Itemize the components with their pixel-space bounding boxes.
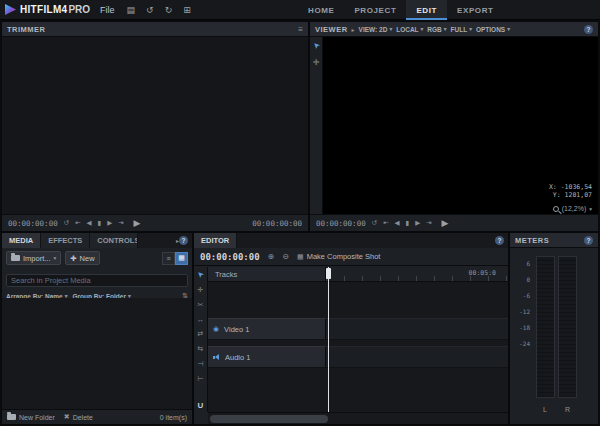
horizontal-scrollbar[interactable] <box>208 412 508 424</box>
trimmer-duration-timecode: 00:00:00:00 <box>252 219 302 228</box>
speaker-icon[interactable] <box>213 354 220 361</box>
play-button[interactable]: ▶ <box>134 218 141 228</box>
zoom-control[interactable]: (12,2%) ▾ <box>553 205 592 212</box>
goto-start-icon[interactable]: ⇤ <box>383 219 388 227</box>
help-icon[interactable]: ? <box>179 236 188 245</box>
slip-tool-icon[interactable]: ⇄ <box>198 330 204 338</box>
stop-icon[interactable]: ▮ <box>406 219 410 227</box>
channel-dropdown[interactable]: RGB▾ <box>427 26 446 33</box>
goto-start-icon[interactable]: ⇤ <box>75 219 80 227</box>
loop-icon[interactable]: ↺ <box>372 219 377 227</box>
right-audio-meter <box>558 256 577 398</box>
step-forward-icon[interactable]: ▶ <box>415 219 420 227</box>
select-tool-icon[interactable]: ➤ <box>195 269 206 280</box>
tab-media[interactable]: MEDIA <box>2 233 41 248</box>
video-track-header[interactable]: ◉ Video 1 <box>208 318 326 340</box>
redo-icon[interactable]: ↻ <box>163 5 175 15</box>
trimmer-transport-controls: ↺ ⇤ ◀ ▮ ▶ ⇥ <box>64 219 124 227</box>
view-toggle: ≡ ▦ <box>162 252 188 265</box>
delete-button[interactable]: ✖ Delete <box>64 413 93 421</box>
hand-tool-icon[interactable]: ✛ <box>313 58 320 67</box>
goto-end-icon[interactable]: ⇥ <box>426 219 431 227</box>
tab-edit[interactable]: EDIT <box>406 0 447 20</box>
help-icon[interactable]: ? <box>495 236 504 245</box>
meters-header: METERS ? <box>510 233 598 248</box>
trimmer-preview-area <box>2 37 308 214</box>
import-button[interactable]: Import... ▾ <box>6 251 61 265</box>
tab-controls[interactable]: CONTROLS <box>90 233 138 248</box>
panel-menu-icon[interactable]: ≡ <box>298 25 303 34</box>
tab-effects[interactable]: EFFECTS <box>41 233 90 248</box>
zoom-in-icon[interactable]: ⊕ <box>268 252 275 261</box>
caret-down-icon: ▾ <box>389 26 392 32</box>
viewer-header: VIEWER ▸ VIEW: 2D▾ LOCAL▾ RGB▾ FULL▾ OPT… <box>310 22 598 37</box>
thumbnail-view-icon[interactable]: ▦ <box>175 252 188 265</box>
select-tool-icon[interactable]: ➤ <box>310 40 321 51</box>
viewer-canvas[interactable]: X: -1036,54 Y: 1201,07 (12,2%) ▾ <box>323 37 598 214</box>
tab-editor[interactable]: EDITOR <box>194 233 237 248</box>
viewer-title: VIEWER <box>315 25 348 34</box>
snap-toggle-icon[interactable]: U <box>198 401 204 410</box>
playhead-line[interactable] <box>328 267 329 412</box>
media-toolbar: Import... ▾ ✚ New ≡ ▦ <box>2 248 192 268</box>
tab-export[interactable]: EXPORT <box>447 0 504 20</box>
rate-stretch-tool-icon[interactable]: ↔ <box>197 316 204 323</box>
video-track-row: ◉ Video 1 <box>208 318 508 340</box>
stop-icon[interactable]: ▮ <box>98 219 102 227</box>
goto-end-icon[interactable]: ⇥ <box>118 219 123 227</box>
axes-dropdown[interactable]: LOCAL▾ <box>396 26 423 33</box>
trimmer-current-timecode[interactable]: 00:00:00:00 <box>8 219 58 228</box>
visibility-eye-icon[interactable]: ◉ <box>213 325 219 333</box>
video-track-label: Video 1 <box>224 325 249 334</box>
folder-icon <box>7 414 16 420</box>
tab-home[interactable]: HOME <box>298 0 344 20</box>
resolution-dropdown[interactable]: FULL▾ <box>451 26 472 33</box>
new-button[interactable]: ✚ New <box>65 251 99 265</box>
play-button[interactable]: ▶ <box>442 218 449 228</box>
media-search-row <box>2 268 192 289</box>
slice-tool-icon[interactable]: ✂ <box>198 301 204 309</box>
viewer-body: ➤ ✛ X: -1036,54 Y: 1201,07 (12,2%) ▾ <box>310 37 598 214</box>
step-back-icon[interactable]: ◀ <box>87 219 92 227</box>
ripple-edit-tool-icon[interactable]: ⊣ <box>197 360 203 368</box>
workspace-layout-icon[interactable]: ⊞ <box>181 5 193 15</box>
options-dropdown[interactable]: OPTIONS▾ <box>476 26 510 33</box>
slide-tool-icon[interactable]: ⇆ <box>198 345 204 353</box>
make-composite-shot-button[interactable]: ▦ Make Composite Shot <box>297 252 380 261</box>
chevron-right-icon[interactable]: ▸ <box>352 26 355 33</box>
help-icon[interactable]: ? <box>584 236 593 245</box>
list-view-icon[interactable]: ≡ <box>162 252 175 265</box>
zoom-out-icon[interactable]: ⊖ <box>282 252 289 261</box>
playhead-handle[interactable] <box>326 268 331 279</box>
audio-track-header[interactable]: Audio 1 <box>208 346 326 368</box>
hand-tool-icon[interactable]: ✛ <box>198 286 204 294</box>
audio-track-lane[interactable] <box>326 346 508 368</box>
time-ruler[interactable]: 00:05:0 <box>326 267 508 282</box>
workspace-tabs: HOME PROJECT EDIT EXPORT <box>298 0 504 20</box>
help-icon[interactable]: ? <box>584 25 593 34</box>
magnifier-icon <box>553 206 559 212</box>
editor-timecode[interactable]: 00:00:00:00 <box>200 252 260 262</box>
scrollbar-thumb[interactable] <box>210 415 328 423</box>
tab-project[interactable]: PROJECT <box>344 0 406 20</box>
step-forward-icon[interactable]: ▶ <box>107 219 112 227</box>
view-mode-dropdown[interactable]: VIEW: 2D▾ <box>359 26 393 33</box>
search-input[interactable] <box>6 274 188 287</box>
left-channel-label: L <box>543 406 547 413</box>
media-bottom-bar: New Folder ✖ Delete 0 item(s) <box>2 409 192 424</box>
file-menu[interactable]: File <box>97 5 118 15</box>
right-channel-label: R <box>565 406 570 413</box>
top-menu-bar: HITFILM4 PRO File ▤ ↺ ↻ ⊞ HOME PROJECT E… <box>0 0 600 20</box>
app-logo-icon <box>5 4 16 15</box>
new-folder-button[interactable]: New Folder <box>7 414 55 421</box>
loop-icon[interactable]: ↺ <box>64 219 69 227</box>
step-back-icon[interactable]: ◀ <box>395 219 400 227</box>
video-track-lane[interactable] <box>326 318 508 340</box>
rolling-edit-tool-icon[interactable]: ⊢ <box>197 375 203 383</box>
media-list-area[interactable] <box>2 298 192 409</box>
undo-icon[interactable]: ↺ <box>144 5 156 15</box>
editor-toolbar: 00:00:00:00 ⊕ ⊖ ▦ Make Composite Shot <box>194 248 508 266</box>
save-icon[interactable]: ▤ <box>125 5 138 15</box>
db-scale-label: -24 <box>512 340 530 347</box>
viewer-current-timecode[interactable]: 00:00:00:00 <box>316 219 366 228</box>
